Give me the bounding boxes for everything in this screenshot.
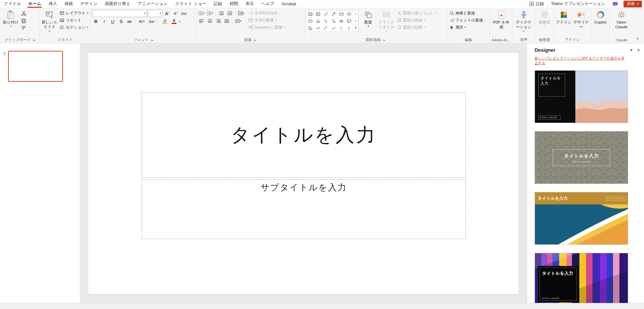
dialog-launcher-icon[interactable]: [33, 38, 36, 41]
designer-close-icon[interactable]: ×: [637, 47, 640, 52]
shrink-font-button[interactable]: A▾: [172, 10, 179, 17]
shape-oval-icon[interactable]: [345, 10, 353, 17]
stop-ideas-link[interactable]: 新しいプレゼンテーションに対するアイデアの表示を停止する: [535, 56, 628, 66]
shape-vertical-textbox-icon[interactable]: A: [314, 10, 322, 17]
section-button[interactable]: セクション ▾: [58, 24, 90, 31]
cut-button[interactable]: [20, 10, 28, 17]
font-color-button[interactable]: A: [170, 18, 178, 25]
find-replace-button[interactable]: 検索と置換: [448, 10, 484, 16]
arrange-button[interactable]: 配置 ▾: [359, 9, 377, 28]
tab-animations[interactable]: アニメーション: [134, 0, 171, 8]
columns-button[interactable]: ▾: [234, 17, 242, 25]
collapse-ribbon-button[interactable]: ▾: [634, 36, 641, 42]
shape-arrow-icon[interactable]: [330, 10, 337, 17]
tab-view[interactable]: 表示: [242, 0, 258, 8]
designer-collapse-icon[interactable]: ▾: [630, 48, 632, 52]
designer-button[interactable]: デザイナー: [573, 9, 590, 30]
comments-button[interactable]: [609, 0, 621, 8]
design-suggestion-3[interactable]: タイトルを入力 サブタイトルを入力: [535, 192, 628, 245]
tab-record[interactable]: 記録: [210, 0, 226, 8]
italic-button[interactable]: I: [100, 18, 108, 25]
shape-outline-button[interactable]: 図形の枠線 ▾: [396, 17, 438, 24]
convert-smartart-button[interactable]: SmartArt に変換 ▾: [247, 24, 286, 31]
slide-canvas[interactable]: タイトルを入力 サブタイトルを入力: [88, 52, 519, 295]
new-slide-button[interactable]: 新しいスライド ▾: [41, 9, 58, 33]
subtitle-placeholder[interactable]: サブタイトルを入力: [142, 179, 466, 239]
dictate-button[interactable]: ディクテーション ▾: [514, 9, 534, 33]
tab-review[interactable]: 校閲: [226, 0, 242, 8]
dialog-launcher-icon[interactable]: [150, 38, 154, 41]
design-suggestion-1[interactable]: タイトルを入力 サブタイトルを入力: [535, 70, 628, 123]
sensitivity-button[interactable]: 秘密度 ▾: [536, 9, 553, 28]
increase-indent-button[interactable]: [226, 10, 234, 17]
underline-button[interactable]: U: [109, 18, 116, 25]
record-button[interactable]: 記録: [526, 0, 547, 8]
gallery-scroll-up-icon[interactable]: ▴: [353, 10, 358, 17]
shape-curve-icon[interactable]: [330, 25, 337, 32]
copilot-button[interactable]: Copilot: [592, 9, 609, 25]
shape-right-brace-icon[interactable]: }: [345, 25, 353, 32]
shape-callout-icon[interactable]: [345, 17, 353, 25]
decrease-indent-button[interactable]: [217, 10, 225, 17]
tab-help[interactable]: ヘルプ: [258, 0, 278, 8]
shape-fill-button[interactable]: 図形の塗りつぶし ▾: [396, 10, 438, 16]
align-left-button[interactable]: [198, 17, 205, 25]
select-button[interactable]: 選択 ▾: [448, 24, 484, 31]
shape-textbox-icon[interactable]: A: [306, 10, 314, 17]
layout-button[interactable]: レイアウト ▾: [58, 10, 90, 16]
shape-triangle-icon[interactable]: [314, 17, 322, 25]
tab-acrobat[interactable]: Acrobat: [278, 0, 300, 8]
shape-rectangle-icon[interactable]: [337, 10, 345, 17]
tab-home[interactable]: ホーム: [25, 0, 45, 8]
line-spacing-button[interactable]: ▾: [237, 10, 245, 17]
shape-effects-button[interactable]: 図形の効果 ▾: [396, 24, 438, 31]
design-suggestion-2[interactable]: タイトルを入力 サブタイトルを入力: [535, 131, 628, 184]
character-spacing-button[interactable]: AV▾: [137, 18, 146, 25]
clear-formatting-button[interactable]: A: [180, 10, 188, 17]
slide-1-thumbnail[interactable]: [8, 51, 63, 82]
quick-styles-button[interactable]: クイック スタイル ▾: [377, 9, 396, 33]
copy-button[interactable]: [20, 17, 28, 24]
shape-arc-icon[interactable]: [322, 25, 330, 32]
share-button[interactable]: 共有 ▾: [623, 1, 642, 7]
align-text-button[interactable]: 文字の配置 ▾: [247, 17, 286, 24]
shape-block-arrow-icon[interactable]: [337, 17, 345, 25]
paste-button[interactable]: 貼り付け ▾: [2, 9, 20, 28]
format-painter-button[interactable]: [20, 25, 28, 32]
shape-scribble-icon[interactable]: [314, 25, 322, 32]
dialog-launcher-icon[interactable]: [253, 38, 257, 41]
addins-button[interactable]: アドイン: [555, 9, 573, 25]
teams-present-button[interactable]: Teams でプレゼンテーション: [547, 0, 609, 8]
text-shadow-button[interactable]: S: [117, 18, 125, 25]
text-direction-button[interactable]: A 文字列の方向 ▾: [247, 10, 286, 16]
shape-line-icon[interactable]: [322, 10, 330, 17]
design-suggestion-4[interactable]: タイトルを入力 サブタイトルを入力: [535, 253, 628, 303]
shape-left-brace-icon[interactable]: {: [337, 25, 345, 32]
align-center-button[interactable]: [206, 17, 214, 25]
strikethrough-button[interactable]: ab: [126, 18, 133, 25]
bullets-button[interactable]: ▾: [198, 10, 205, 17]
tab-insert[interactable]: 挿入: [45, 0, 61, 8]
text-highlight-button[interactable]: [160, 18, 169, 25]
tab-draw[interactable]: 描画: [61, 0, 76, 8]
dialog-launcher-icon[interactable]: [382, 38, 385, 41]
create-pdf-button[interactable]: PDF を作成: [492, 9, 510, 30]
gallery-more-icon[interactable]: ▾: [353, 24, 358, 32]
change-case-button[interactable]: Aa▾: [147, 18, 157, 25]
align-right-button[interactable]: [214, 17, 222, 25]
shape-elbow-connector-icon[interactable]: [322, 17, 330, 25]
title-placeholder[interactable]: タイトルを入力: [142, 92, 466, 178]
font-name-combo[interactable]: ▾: [92, 10, 147, 17]
justify-button[interactable]: [223, 17, 231, 25]
tab-design[interactable]: デザイン: [76, 0, 101, 8]
replace-fonts-button[interactable]: A フォントの置換: [448, 17, 484, 24]
tab-slideshow[interactable]: スライド ショー: [171, 0, 210, 8]
numbering-button[interactable]: 123▾: [206, 10, 214, 17]
shape-rounded-rectangle-icon[interactable]: [306, 17, 314, 25]
open-claude-button[interactable]: Open Claude: [611, 9, 632, 30]
grow-font-button[interactable]: A▴: [163, 10, 171, 17]
font-size-combo[interactable]: ▾: [148, 10, 163, 17]
tab-file[interactable]: ファイル: [0, 0, 25, 8]
tab-transitions[interactable]: 画面切り替え: [101, 0, 134, 8]
bold-button[interactable]: B: [92, 18, 100, 25]
